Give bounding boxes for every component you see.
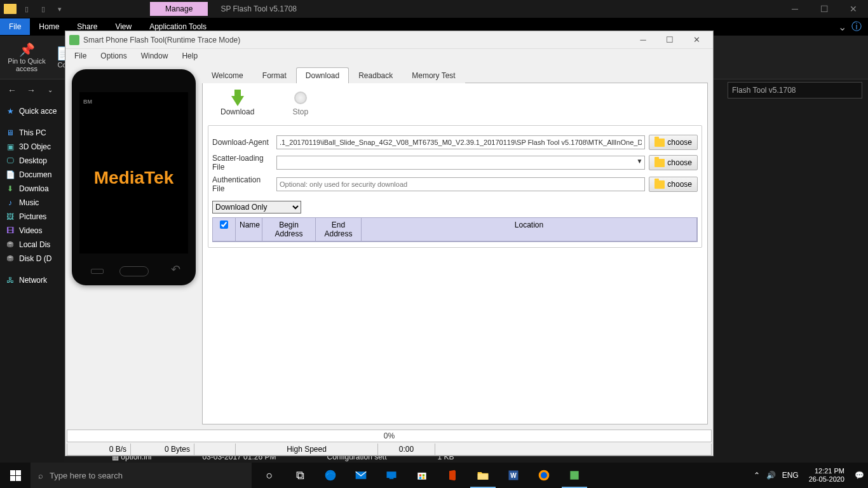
- start-button[interactable]: [0, 463, 31, 488]
- status-rate: 0 B/s: [67, 444, 131, 455]
- download-action[interactable]: Download: [220, 90, 254, 116]
- header-end: End Address: [316, 218, 362, 241]
- svg-rect-2: [387, 471, 397, 478]
- sidebar-item[interactable]: ♪Music: [1, 196, 62, 210]
- menu-file[interactable]: File: [68, 49, 93, 63]
- sidebar-item[interactable]: ⛃Local Dis: [1, 238, 62, 252]
- qat-dropdown[interactable]: ▾: [52, 2, 67, 16]
- qat-item[interactable]: ▯: [19, 2, 34, 16]
- notifications-icon[interactable]: 💬: [855, 471, 864, 480]
- close-button[interactable]: ✕: [684, 32, 709, 48]
- sidebar-item[interactable]: ▣3D Objec: [1, 140, 62, 154]
- tab-memory-test[interactable]: Memory Test: [402, 67, 465, 83]
- office-icon[interactable]: [437, 463, 468, 488]
- choose-da-button[interactable]: choose: [649, 135, 698, 150]
- spft-taskbar-icon[interactable]: [559, 463, 590, 488]
- tab-download[interactable]: Download: [296, 67, 349, 83]
- task-view-icon[interactable]: ⧉: [285, 463, 315, 488]
- svg-rect-5: [419, 474, 421, 476]
- search-icon: ⌕: [38, 471, 43, 480]
- nav-forward[interactable]: →: [22, 81, 40, 99]
- cortana-icon[interactable]: ○: [254, 463, 285, 488]
- stop-action[interactable]: Stop: [292, 90, 308, 116]
- status-time: 0:00: [378, 444, 435, 455]
- pictures-icon: 🖼: [5, 212, 15, 221]
- search-box-explorer[interactable]: Flash Tool v5.1708: [728, 82, 862, 98]
- menu-window[interactable]: Window: [135, 49, 175, 63]
- mail-icon[interactable]: [346, 463, 376, 488]
- status-mode: High Speed: [236, 444, 378, 455]
- status-bar: 0 B/s 0 Bytes High Speed 0:00: [67, 444, 712, 456]
- explorer-sidebar: ★Quick acce 🖥This PC ▣3D Objec 🖵Desktop …: [0, 100, 64, 463]
- dropdown-icon[interactable]: ▼: [636, 158, 642, 165]
- clock[interactable]: 12:21 PM 26-05-2020: [805, 467, 848, 484]
- language-indicator[interactable]: ENG: [782, 471, 799, 480]
- choose-scatter-button[interactable]: choose: [649, 155, 698, 170]
- auth-file-input[interactable]: [276, 177, 645, 191]
- menu-help[interactable]: Help: [175, 49, 204, 63]
- status-blank: [194, 444, 236, 455]
- header-location: Location: [362, 218, 697, 241]
- folder-icon: [654, 159, 665, 167]
- close-button[interactable]: ✕: [839, 0, 868, 18]
- folder-icon: [4, 4, 17, 14]
- phone-brand-label: MediaTek: [72, 168, 196, 188]
- sidebar-item[interactable]: ⛃Disk D (D: [1, 252, 62, 266]
- anydesk-icon[interactable]: [376, 463, 407, 488]
- sidebar-quick-access[interactable]: ★Quick acce: [1, 104, 62, 118]
- sidebar-network[interactable]: 🖧Network: [1, 273, 62, 287]
- download-agent-input[interactable]: [276, 135, 645, 149]
- choose-auth-button[interactable]: choose: [649, 177, 698, 192]
- ribbon-expand-icon[interactable]: ⌄: [838, 21, 846, 33]
- tab-readback[interactable]: Readback: [349, 67, 402, 83]
- cube-icon: ▣: [5, 142, 15, 151]
- maximize-button[interactable]: ☐: [657, 32, 682, 48]
- header-checkbox[interactable]: [213, 218, 236, 241]
- scatter-label: Scatter-loading File: [212, 154, 273, 172]
- edge-icon[interactable]: [315, 463, 346, 488]
- desktop-icon: 🖵: [5, 156, 15, 165]
- qat-item[interactable]: ▯: [36, 2, 51, 16]
- scatter-file-input[interactable]: [276, 156, 645, 170]
- minimize-button[interactable]: ─: [630, 32, 656, 48]
- taskbar-search[interactable]: ⌕ Type here to search: [31, 463, 252, 488]
- explorer-title: SP Flash Tool v5.1708: [220, 4, 297, 13]
- help-icon[interactable]: ⓘ: [851, 20, 862, 34]
- download-label: Download: [220, 107, 254, 116]
- header-begin: Begin Address: [262, 218, 316, 241]
- tab-welcome[interactable]: Welcome: [202, 67, 253, 83]
- nav-back[interactable]: ←: [3, 81, 21, 99]
- minimize-button[interactable]: ─: [780, 0, 810, 18]
- ribbon-home[interactable]: Home: [30, 18, 68, 35]
- ribbon-file[interactable]: File: [0, 18, 30, 35]
- store-icon[interactable]: [407, 463, 437, 488]
- firefox-icon[interactable]: [529, 463, 559, 488]
- app-icon: [69, 35, 79, 45]
- sidebar-item[interactable]: 🖼Pictures: [1, 210, 62, 224]
- nav-history-icon[interactable]: ⌄: [41, 81, 59, 99]
- pin-to-quick-access[interactable]: 📌 Pin to Quick access: [5, 38, 48, 76]
- explorer-icon[interactable]: [468, 463, 498, 488]
- stop-icon: [294, 92, 307, 104]
- download-mode-select[interactable]: Download Only: [212, 201, 301, 214]
- maximize-button[interactable]: ☐: [810, 0, 839, 18]
- sidebar-item[interactable]: 🎞Videos: [1, 224, 62, 238]
- word-icon[interactable]: W: [498, 463, 529, 488]
- menubar: File Options Window Help: [65, 49, 713, 63]
- volume-icon[interactable]: 🔊: [766, 471, 776, 480]
- pc-icon: 🖥: [5, 128, 15, 137]
- tab-format[interactable]: Format: [253, 67, 296, 83]
- phone-graphic: BM MediaTek ↶: [72, 69, 196, 285]
- sidebar-item[interactable]: ⬇Downloa: [1, 182, 62, 196]
- svg-point-0: [325, 470, 336, 481]
- menu-options[interactable]: Options: [94, 49, 133, 63]
- sidebar-this-pc[interactable]: 🖥This PC: [1, 126, 62, 140]
- tray-overflow-icon[interactable]: ⌃: [754, 471, 760, 480]
- status-blank2: [435, 444, 711, 455]
- taskbar: ⌕ Type here to search ○ ⧉ W ⌃ 🔊 ENG 12:2…: [0, 463, 868, 488]
- manage-tab[interactable]: Manage: [150, 2, 208, 16]
- downloads-icon: ⬇: [5, 184, 15, 193]
- sidebar-item[interactable]: 📄Documen: [1, 168, 62, 182]
- sidebar-item[interactable]: 🖵Desktop: [1, 154, 62, 168]
- network-icon: 🖧: [5, 276, 15, 285]
